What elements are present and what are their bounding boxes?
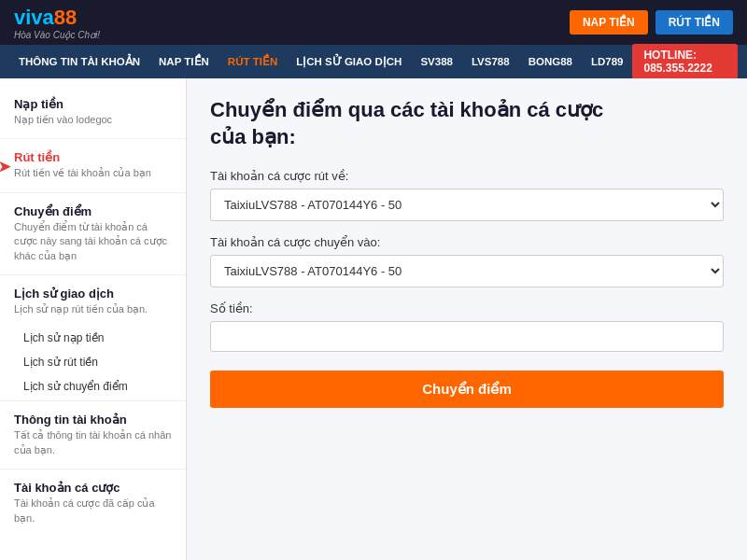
logo-sub: Hòa Vào Cuộc Chơi!: [14, 30, 100, 40]
sidebar-tai-khoan-title: Tài khoản cá cược: [14, 481, 172, 495]
sidebar-rut-tien-desc: Rút tiền về tài khoản của bạn: [14, 166, 172, 180]
sidebar-thong-tin-title: Thông tin tài khoản: [14, 413, 172, 427]
nav-ld789[interactable]: LD789: [582, 45, 633, 78]
select-rut[interactable]: TaixiuLVS788 - AT070144Y6 - 50: [210, 189, 724, 221]
sidebar: Nạp tiền Nạp tiền vào lodegoc ➤ Rút tiền…: [0, 78, 187, 560]
sidebar-item-tai-khoan-ca-cuoc[interactable]: Tài khoản cá cược Tài khoản cá cược đã c…: [0, 471, 186, 535]
title-line2: của bạn:: [210, 125, 296, 148]
nav-nap-tien[interactable]: NAP TIỀN: [149, 45, 218, 78]
sidebar-chuyen-diem-title: Chuyển điểm: [14, 204, 172, 218]
label-sotien: Số tiền:: [210, 301, 724, 315]
divider-2: [0, 192, 186, 193]
form-group-rut: Tài khoản cá cược rút về: TaixiuLVS788 -…: [210, 169, 724, 221]
sidebar-nap-tien-desc: Nạp tiền vào lodegoc: [14, 113, 172, 127]
sidebar-subitem-chuyen[interactable]: Lịch sử chuyển điểm: [0, 374, 186, 399]
content-area: Chuyển điểm qua các tài khoản cá cược củ…: [187, 78, 747, 560]
main-layout: Nạp tiền Nạp tiền vào lodegoc ➤ Rút tiền…: [0, 78, 747, 560]
divider-1: [0, 138, 186, 139]
label-rut: Tài khoản cá cược rút về:: [210, 169, 724, 183]
sidebar-lich-su-title: Lịch sử giao dịch: [14, 287, 172, 301]
nav-lich-su[interactable]: LỊCH SỬ GIAO DỊCH: [287, 45, 411, 78]
sidebar-item-nap-tien[interactable]: Nạp tiền Nạp tiền vào lodegoc: [0, 88, 186, 136]
logo-viva: viva: [14, 6, 54, 29]
divider-3: [0, 274, 186, 275]
select-chuyen[interactable]: TaixiuLVS788 - AT070144Y6 - 50: [210, 255, 724, 287]
sidebar-nap-tien-title: Nạp tiền: [14, 97, 172, 111]
content-title: Chuyển điểm qua các tài khoản cá cược củ…: [210, 97, 724, 150]
sotien-input[interactable]: [210, 321, 724, 352]
divider-5: [0, 469, 186, 469]
hotline: HOTLINE: 085.355.2222: [632, 44, 738, 79]
sidebar-item-rut-tien[interactable]: ➤ Rút tiền Rút tiền về tài khoản của bạn: [0, 141, 186, 189]
nav-bar: THÔNG TIN TÀI KHOẢN NAP TIỀN RÚT TIỀN LỊ…: [0, 45, 747, 78]
top-header: viva88 Hòa Vào Cuộc Chơi! NAP TIỀN RÚT T…: [0, 0, 747, 45]
logo-num: 88: [54, 6, 77, 29]
logo-text: viva88: [14, 6, 100, 30]
title-line1: Chuyển điểm qua các tài khoản cá cược: [210, 98, 603, 121]
sidebar-thong-tin-desc: Tất cả thông tin tài khoản cá nhân của b…: [14, 428, 172, 457]
form-group-sotien: Số tiền:: [210, 301, 724, 352]
nav-bong88[interactable]: BONG88: [519, 45, 582, 78]
rut-tien-header-button[interactable]: RÚT TIỀN: [655, 10, 733, 35]
sidebar-item-chuyen-diem[interactable]: Chuyển điểm Chuyển điểm từ tài khoản cá …: [0, 195, 186, 273]
sidebar-lich-su-desc: Lịch sử nạp rút tiền của bạn.: [14, 302, 172, 316]
label-chuyen: Tài khoản cá cược chuyển vào:: [210, 235, 724, 249]
nav-thong-tin[interactable]: THÔNG TIN TÀI KHOẢN: [9, 45, 149, 78]
nav-rut-tien[interactable]: RÚT TIỀN: [218, 45, 287, 78]
sidebar-item-thong-tin[interactable]: Thông tin tài khoản Tất cả thông tin tài…: [0, 403, 186, 467]
sidebar-chuyen-diem-desc: Chuyển điểm từ tài khoản cá cược này san…: [14, 220, 172, 263]
chuyen-diem-button[interactable]: Chuyển điểm: [210, 371, 724, 408]
sidebar-subitem-rut[interactable]: Lịch sử rút tiền: [0, 350, 186, 374]
nav-sv388[interactable]: SV388: [411, 45, 462, 78]
logo: viva88 Hòa Vào Cuộc Chơi!: [14, 6, 100, 40]
form-group-chuyen: Tài khoản cá cược chuyển vào: TaixiuLVS7…: [210, 235, 724, 287]
nap-tien-button[interactable]: NAP TIỀN: [570, 10, 648, 35]
sidebar-subitem-nap[interactable]: Lịch sử nạp tiền: [0, 326, 186, 350]
nav-lvs788[interactable]: LVS788: [462, 45, 519, 78]
arrow-icon: ➤: [0, 157, 10, 175]
sidebar-tai-khoan-desc: Tài khoản cá cược đã cấp của bạn.: [14, 497, 172, 525]
divider-4: [0, 400, 186, 401]
header-buttons: NAP TIỀN RÚT TIỀN: [570, 10, 733, 35]
sidebar-item-lich-su[interactable]: Lịch sử giao dịch Lịch sử nạp rút tiền c…: [0, 277, 186, 326]
sidebar-rut-tien-title: Rút tiền: [14, 150, 172, 164]
